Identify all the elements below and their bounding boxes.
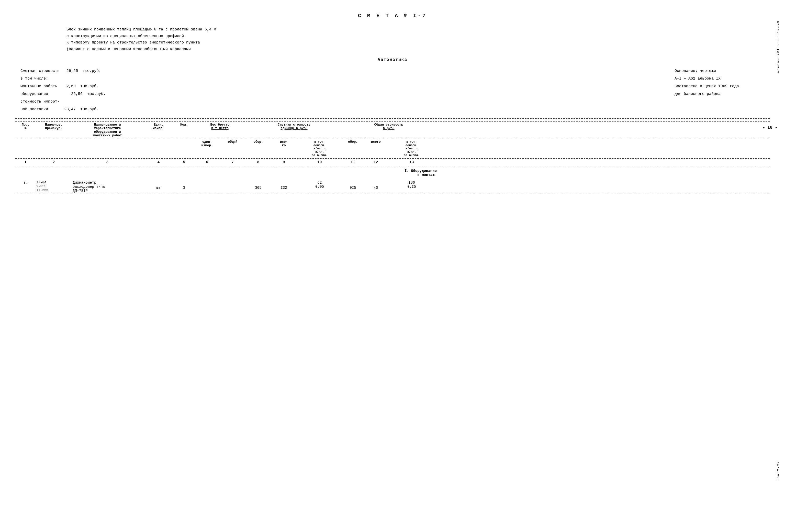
page-title: С М Е Т А № I-7 — [15, 13, 770, 19]
sh-mont-a: все-го — [271, 140, 297, 157]
desc-line1: Блок зимних почвенных теплиц площадью 6 … — [67, 26, 770, 33]
oborud-unit: тыс.руб. — [87, 92, 106, 96]
table-header: Пор.№ Наименов.прейскур. Наименование их… — [15, 121, 770, 139]
header-obschaya: Общая стоимостьв руб. — [343, 123, 435, 137]
data-col12: 40 — [363, 181, 389, 193]
column-numbers-row: I 2 3 4 5 6 7 8 9 10 II I2 I3 — [15, 158, 770, 166]
stoimost-value: 23,47 — [64, 107, 76, 111]
num-13: I3 — [389, 160, 435, 164]
basis-line1: Основание: чертежи — [675, 67, 739, 75]
sh-col5 — [174, 140, 194, 157]
data-col10a: 62 — [318, 181, 322, 185]
sh-col4 — [143, 140, 174, 157]
data-col11: 9I5 — [343, 181, 363, 193]
desc-line4: (вариант с полным и неполным железобетон… — [67, 46, 770, 53]
num-4: 4 — [143, 160, 174, 164]
section-header: I. Оборудование и монтаж — [72, 166, 770, 180]
data-col2: I7-042-355II-655 — [36, 181, 72, 193]
section-title: Автоматика — [15, 57, 770, 62]
data-col6 — [194, 181, 220, 193]
album-sidebar-text: альбом XVI ч.3 810-99 — [777, 21, 780, 73]
oborud-value: 26,56 — [71, 92, 83, 96]
vtch-label: в том числе: — [21, 75, 106, 83]
basis-line2: А-I + А62 альбома IX — [675, 75, 739, 83]
header-col5: Кол. — [174, 123, 194, 137]
sh-obsch-obor: обор. — [343, 140, 363, 157]
stoimost-unit: тыс.руб. — [80, 107, 99, 111]
smetnaya-label: Сметная стоимость — [21, 69, 59, 73]
sh-col1 — [15, 140, 36, 157]
oborud-label: оборудование — [21, 92, 48, 96]
data-col9: I32 — [271, 181, 297, 193]
num-10: 10 — [297, 160, 343, 164]
table-container: Пор.№ Наименов.прейскур. Наименование их… — [15, 121, 770, 194]
num-9: 9 — [271, 160, 297, 164]
montazh-label: монтажные работы — [21, 84, 57, 88]
data-col10: 620,05 — [297, 181, 343, 193]
sh-obsch-vtch: в т.ч.основн.з/пл. -з/пл.по вкопл. — [389, 140, 435, 157]
num-12: I2 — [363, 160, 389, 164]
description-block: Блок зимних почвенных теплиц площадью 6 … — [67, 26, 770, 52]
num-3: 3 — [72, 160, 143, 164]
info-section: Сметная стоимость 29,25 тыс.руб. в том ч… — [21, 67, 764, 116]
basis-line4: для базисного района — [675, 90, 739, 98]
data-col13: I860,I5 — [389, 181, 435, 193]
sh-obsch-vsego: всего — [363, 140, 389, 157]
sh-mont-b: в т.ч.основн.з/пл. -з/пл.по вкопл. — [297, 140, 343, 157]
num-2: 2 — [36, 160, 72, 164]
header-col4: Един.измер. — [143, 123, 174, 137]
id-sidebar-text: I6н62-22 — [777, 461, 780, 481]
header-smetnaya: Сметная стоимостьединицы в руб. — [246, 123, 343, 137]
data-col8: 305 — [246, 181, 271, 193]
header-col2: Наименов.прейскур. — [36, 123, 72, 137]
stoimost-label2: ной поставки — [21, 107, 48, 111]
sh-col3 — [72, 140, 143, 157]
oborud-line: оборудование 26,56 тыс.руб. — [21, 90, 106, 98]
basis-info: Основание: чертежи А-I + А62 альбома IX … — [675, 67, 739, 113]
basis-line3: Составлена в ценах 1969 года — [675, 83, 739, 90]
sh-ves-b: общий — [220, 140, 246, 157]
table-row: I. I7-042-355II-655 Дифманометррасходоме… — [15, 180, 770, 194]
num-11: II — [343, 160, 363, 164]
num-8: 8 — [246, 160, 271, 164]
smetnaya-unit: тыс.руб. — [83, 69, 101, 73]
smetnaya-value: 29,25 — [67, 69, 78, 73]
stoimost-line1: стоимость импорт- — [21, 98, 106, 106]
sh-ves-a: един.измер. — [194, 140, 220, 157]
data-col4: шт — [143, 181, 174, 193]
cost-info: Сметная стоимость 29,25 тыс.руб. в том ч… — [21, 67, 106, 113]
smetnaya-line: Сметная стоимость 29,25 тыс.руб. — [21, 67, 106, 75]
header-col3: Наименование ихарактеристикаоборудования… — [72, 123, 143, 137]
data-col7 — [220, 181, 246, 193]
data-col1: I. — [15, 181, 36, 193]
num-6: 6 — [194, 160, 220, 164]
data-col5: 3 — [174, 181, 194, 193]
num-1: I — [15, 160, 36, 164]
num-5: 5 — [174, 160, 194, 164]
sh-obor: обор. — [246, 140, 271, 157]
desc-line2: с конструкциями из специальных облегченн… — [67, 33, 770, 40]
separator-1 — [15, 119, 770, 119]
data-col13a: I86 — [408, 181, 415, 185]
header-col1: Пор.№ — [15, 123, 36, 137]
page-marker: - I8 - — [762, 125, 777, 130]
table-subheader: един.измер. общий обор. все-го в т.ч.осн… — [15, 139, 770, 158]
num-7: 7 — [220, 160, 246, 164]
header-ves: Вес бруттов т нетто — [194, 123, 246, 137]
data-col3: Дифманометррасходомер типаДП-781Р — [72, 181, 143, 193]
stoimost-line2: ной поставки 23,47 тыс.руб. — [21, 106, 106, 113]
montazh-line: монтажные работы 2,69 тыс.руб. — [21, 83, 106, 90]
sh-col2 — [36, 140, 72, 157]
montazh-unit: тыс.руб. — [80, 84, 99, 88]
montazh-value: 2,69 — [67, 84, 76, 88]
desc-line3: К типовому проекту на строительство энер… — [67, 40, 770, 46]
